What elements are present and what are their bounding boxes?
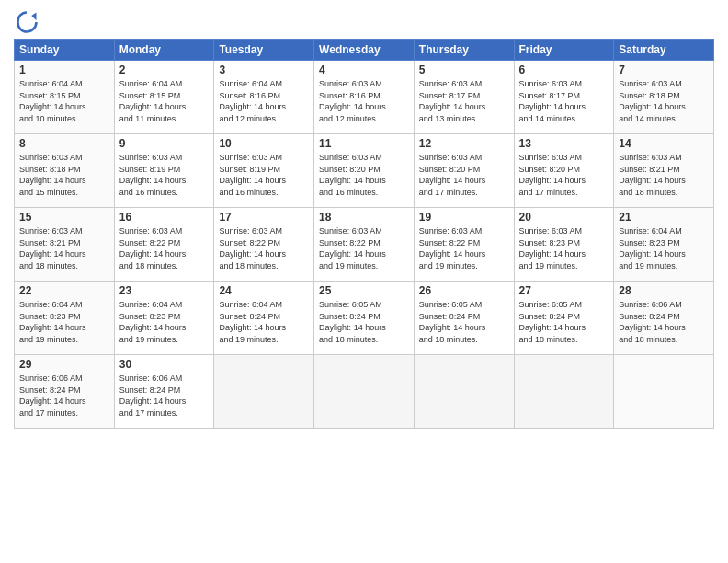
- page: SundayMondayTuesdayWednesdayThursdayFrid…: [0, 0, 728, 563]
- day-number: 22: [19, 284, 109, 297]
- day-info: Sunrise: 6:03 AM Sunset: 8:20 PM Dayligh…: [519, 152, 609, 198]
- day-number: 15: [19, 211, 109, 224]
- day-number: 13: [519, 137, 609, 150]
- day-number: 14: [619, 137, 709, 150]
- calendar-cell: 26Sunrise: 6:05 AM Sunset: 8:24 PM Dayli…: [414, 282, 514, 355]
- week-row-5: 29Sunrise: 6:06 AM Sunset: 8:24 PM Dayli…: [15, 355, 714, 429]
- day-info: Sunrise: 6:03 AM Sunset: 8:23 PM Dayligh…: [519, 225, 609, 271]
- day-info: Sunrise: 6:04 AM Sunset: 8:15 PM Dayligh…: [119, 78, 210, 124]
- day-info: Sunrise: 6:04 AM Sunset: 8:24 PM Dayligh…: [219, 299, 309, 345]
- calendar-cell: [314, 355, 415, 429]
- day-info: Sunrise: 6:03 AM Sunset: 8:16 PM Dayligh…: [319, 78, 409, 124]
- calendar-cell: 12Sunrise: 6:03 AM Sunset: 8:20 PM Dayli…: [414, 134, 514, 208]
- calendar-header-friday: Friday: [514, 40, 614, 61]
- day-number: 8: [19, 137, 109, 150]
- week-row-2: 8Sunrise: 6:03 AM Sunset: 8:18 PM Daylig…: [15, 134, 714, 208]
- calendar-header-monday: Monday: [114, 40, 214, 61]
- day-info: Sunrise: 6:03 AM Sunset: 8:21 PM Dayligh…: [19, 225, 109, 271]
- day-number: 29: [19, 358, 109, 371]
- day-number: 5: [419, 63, 509, 76]
- calendar-cell: 25Sunrise: 6:05 AM Sunset: 8:24 PM Dayli…: [314, 282, 415, 355]
- week-row-3: 15Sunrise: 6:03 AM Sunset: 8:21 PM Dayli…: [15, 208, 714, 282]
- day-info: Sunrise: 6:03 AM Sunset: 8:22 PM Dayligh…: [419, 225, 509, 271]
- calendar-cell: 24Sunrise: 6:04 AM Sunset: 8:24 PM Dayli…: [214, 282, 314, 355]
- calendar-cell: 2Sunrise: 6:04 AM Sunset: 8:15 PM Daylig…: [114, 61, 214, 134]
- calendar-cell: 19Sunrise: 6:03 AM Sunset: 8:22 PM Dayli…: [414, 208, 514, 282]
- week-row-4: 22Sunrise: 6:04 AM Sunset: 8:23 PM Dayli…: [15, 282, 714, 355]
- calendar-cell: 7Sunrise: 6:03 AM Sunset: 8:18 PM Daylig…: [614, 61, 714, 134]
- day-number: 7: [619, 63, 709, 76]
- calendar-cell: 15Sunrise: 6:03 AM Sunset: 8:21 PM Dayli…: [15, 208, 115, 282]
- day-info: Sunrise: 6:06 AM Sunset: 8:24 PM Dayligh…: [619, 299, 709, 345]
- day-info: Sunrise: 6:06 AM Sunset: 8:24 PM Dayligh…: [19, 373, 109, 419]
- day-info: Sunrise: 6:03 AM Sunset: 8:22 PM Dayligh…: [119, 225, 210, 271]
- calendar-cell: 8Sunrise: 6:03 AM Sunset: 8:18 PM Daylig…: [15, 134, 115, 208]
- calendar-cell: 3Sunrise: 6:04 AM Sunset: 8:16 PM Daylig…: [214, 61, 314, 134]
- day-info: Sunrise: 6:03 AM Sunset: 8:20 PM Dayligh…: [319, 152, 409, 198]
- day-number: 24: [219, 284, 309, 297]
- calendar-cell: 30Sunrise: 6:06 AM Sunset: 8:24 PM Dayli…: [114, 355, 214, 429]
- day-info: Sunrise: 6:03 AM Sunset: 8:20 PM Dayligh…: [419, 152, 509, 198]
- calendar-header-saturday: Saturday: [614, 40, 714, 61]
- day-number: 11: [319, 137, 409, 150]
- logo: [14, 9, 43, 35]
- day-info: Sunrise: 6:03 AM Sunset: 8:18 PM Dayligh…: [619, 78, 709, 124]
- day-info: Sunrise: 6:03 AM Sunset: 8:18 PM Dayligh…: [19, 152, 109, 198]
- calendar-cell: 5Sunrise: 6:03 AM Sunset: 8:17 PM Daylig…: [414, 61, 514, 134]
- calendar-cell: [214, 355, 314, 429]
- day-info: Sunrise: 6:05 AM Sunset: 8:24 PM Dayligh…: [519, 299, 609, 345]
- day-number: 26: [419, 284, 509, 297]
- calendar-header-thursday: Thursday: [414, 40, 514, 61]
- day-info: Sunrise: 6:03 AM Sunset: 8:22 PM Dayligh…: [219, 225, 309, 271]
- calendar-cell: 10Sunrise: 6:03 AM Sunset: 8:19 PM Dayli…: [214, 134, 314, 208]
- day-number: 9: [119, 137, 210, 150]
- day-info: Sunrise: 6:03 AM Sunset: 8:17 PM Dayligh…: [519, 78, 609, 124]
- calendar-cell: [414, 355, 514, 429]
- calendar-cell: 29Sunrise: 6:06 AM Sunset: 8:24 PM Dayli…: [15, 355, 115, 429]
- calendar-cell: 16Sunrise: 6:03 AM Sunset: 8:22 PM Dayli…: [114, 208, 214, 282]
- day-info: Sunrise: 6:03 AM Sunset: 8:17 PM Dayligh…: [419, 78, 509, 124]
- calendar-cell: 28Sunrise: 6:06 AM Sunset: 8:24 PM Dayli…: [614, 282, 714, 355]
- day-info: Sunrise: 6:03 AM Sunset: 8:19 PM Dayligh…: [119, 152, 210, 198]
- day-number: 1: [19, 63, 109, 76]
- day-info: Sunrise: 6:04 AM Sunset: 8:15 PM Dayligh…: [19, 78, 109, 124]
- day-number: 3: [219, 63, 309, 76]
- day-number: 20: [519, 211, 609, 224]
- calendar-header-tuesday: Tuesday: [214, 40, 314, 61]
- calendar-cell: 4Sunrise: 6:03 AM Sunset: 8:16 PM Daylig…: [314, 61, 415, 134]
- day-info: Sunrise: 6:03 AM Sunset: 8:22 PM Dayligh…: [319, 225, 409, 271]
- calendar-cell: 27Sunrise: 6:05 AM Sunset: 8:24 PM Dayli…: [514, 282, 614, 355]
- day-info: Sunrise: 6:03 AM Sunset: 8:19 PM Dayligh…: [219, 152, 309, 198]
- day-number: 6: [519, 63, 609, 76]
- day-number: 28: [619, 284, 709, 297]
- calendar-cell: 14Sunrise: 6:03 AM Sunset: 8:21 PM Dayli…: [614, 134, 714, 208]
- calendar-cell: 13Sunrise: 6:03 AM Sunset: 8:20 PM Dayli…: [514, 134, 614, 208]
- day-number: 19: [419, 211, 509, 224]
- day-number: 16: [119, 211, 210, 224]
- day-number: 17: [219, 211, 309, 224]
- calendar-cell: 17Sunrise: 6:03 AM Sunset: 8:22 PM Dayli…: [214, 208, 314, 282]
- calendar-header-sunday: Sunday: [15, 40, 115, 61]
- day-number: 10: [219, 137, 309, 150]
- calendar-cell: [614, 355, 714, 429]
- calendar-cell: [514, 355, 614, 429]
- day-number: 27: [519, 284, 609, 297]
- calendar-cell: 18Sunrise: 6:03 AM Sunset: 8:22 PM Dayli…: [314, 208, 415, 282]
- calendar-cell: 9Sunrise: 6:03 AM Sunset: 8:19 PM Daylig…: [114, 134, 214, 208]
- calendar-cell: 22Sunrise: 6:04 AM Sunset: 8:23 PM Dayli…: [15, 282, 115, 355]
- calendar-cell: 20Sunrise: 6:03 AM Sunset: 8:23 PM Dayli…: [514, 208, 614, 282]
- day-number: 4: [319, 63, 409, 76]
- day-info: Sunrise: 6:04 AM Sunset: 8:16 PM Dayligh…: [219, 78, 309, 124]
- calendar-cell: 23Sunrise: 6:04 AM Sunset: 8:23 PM Dayli…: [114, 282, 214, 355]
- day-number: 21: [619, 211, 709, 224]
- logo-icon: [14, 9, 40, 35]
- calendar-header-row: SundayMondayTuesdayWednesdayThursdayFrid…: [15, 40, 714, 61]
- day-info: Sunrise: 6:03 AM Sunset: 8:21 PM Dayligh…: [619, 152, 709, 198]
- day-number: 23: [119, 284, 210, 297]
- calendar-cell: 11Sunrise: 6:03 AM Sunset: 8:20 PM Dayli…: [314, 134, 415, 208]
- day-number: 30: [119, 358, 210, 371]
- calendar-header-wednesday: Wednesday: [314, 40, 415, 61]
- calendar: SundayMondayTuesdayWednesdayThursdayFrid…: [14, 39, 714, 429]
- header: [14, 9, 714, 35]
- day-number: 25: [319, 284, 409, 297]
